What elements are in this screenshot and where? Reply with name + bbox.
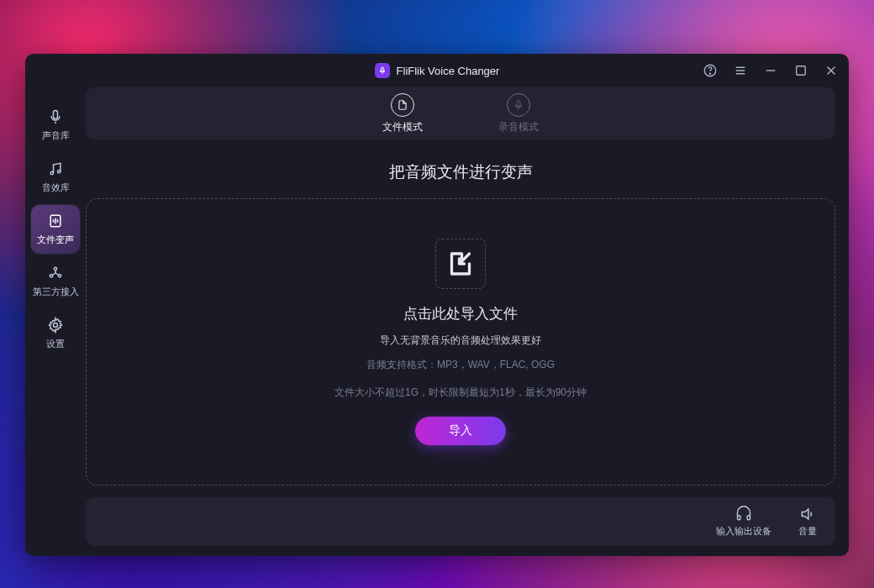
app-logo — [375, 63, 390, 78]
page-headline: 把音频文件进行变声 — [389, 161, 533, 183]
main-panel: 文件模式 录音模式 把音频文件进行变声 点击此处导入文件 导入无背景音乐的音频处… — [86, 87, 849, 556]
menu-icon[interactable] — [733, 63, 748, 78]
svg-rect-21 — [517, 100, 520, 106]
dropzone-hint-quality: 导入无背景音乐的音频处理效果更好 — [380, 333, 541, 348]
sidebar-item-sfx-library[interactable]: 音效库 — [31, 153, 80, 202]
io-device-icon — [735, 506, 752, 522]
music-note-icon — [47, 160, 64, 177]
dropzone-title: 点击此处导入文件 — [403, 304, 518, 323]
sidebar-item-label: 设置 — [46, 338, 65, 350]
footer-label: 输入输出设备 — [716, 525, 771, 538]
sidebar-item-voice-library[interactable]: 声音库 — [31, 101, 80, 150]
footer-bar: 输入输出设备 音量 — [86, 497, 835, 546]
gear-icon — [47, 317, 64, 333]
sidebar-item-label: 第三方接入 — [33, 286, 79, 298]
volume-icon — [799, 506, 816, 522]
sidebar-item-settings[interactable]: 设置 — [31, 309, 80, 358]
audio-file-icon — [47, 213, 64, 229]
mode-selector: 文件模式 录音模式 — [86, 87, 835, 139]
window-controls — [703, 54, 839, 87]
footer-label: 音量 — [798, 525, 817, 538]
sidebar: 声音库 音效库 文件变声 第三方接入 设置 — [25, 87, 86, 556]
dropzone-hint-limits: 文件大小不超过1G，时长限制最短为1秒，最长为90分钟 — [334, 386, 587, 400]
help-icon[interactable] — [703, 63, 718, 78]
svg-rect-0 — [381, 67, 383, 71]
svg-point-2 — [709, 73, 710, 74]
maximize-button[interactable] — [793, 63, 808, 78]
integration-icon — [47, 265, 64, 281]
svg-point-12 — [58, 171, 61, 173]
app-window: FliFlik Voice Changer 声音库 — [25, 54, 849, 556]
import-button[interactable]: 导入 — [415, 417, 506, 445]
svg-rect-23 — [747, 516, 750, 520]
content-area: 把音频文件进行变声 点击此处导入文件 导入无背景音乐的音频处理效果更好 音频支持… — [86, 151, 835, 486]
volume-button[interactable]: 音量 — [798, 506, 817, 538]
record-mode-icon — [507, 93, 530, 117]
titlebar: FliFlik Voice Changer — [25, 54, 849, 87]
file-dropzone[interactable]: 点击此处导入文件 导入无背景音乐的音频处理效果更好 音频支持格式：MP3，WAV… — [86, 198, 835, 486]
import-icon — [435, 239, 486, 289]
mode-record[interactable]: 录音模式 — [498, 93, 539, 134]
mode-label: 文件模式 — [382, 120, 423, 134]
close-button[interactable] — [824, 63, 839, 78]
sidebar-item-label: 文件变声 — [37, 234, 74, 246]
microphone-icon — [47, 108, 64, 125]
minimize-button[interactable] — [763, 63, 778, 78]
svg-rect-7 — [797, 66, 806, 76]
io-device-button[interactable]: 输入输出设备 — [716, 506, 771, 538]
svg-point-20 — [54, 323, 58, 328]
sidebar-item-label: 声音库 — [42, 129, 70, 142]
sidebar-item-thirdparty[interactable]: 第三方接入 — [31, 257, 80, 306]
mode-label: 录音模式 — [498, 120, 539, 134]
dropzone-hint-formats: 音频支持格式：MP3，WAV，FLAC, OGG — [366, 358, 555, 372]
app-title: FliFlik Voice Changer — [397, 65, 500, 77]
file-mode-icon — [391, 93, 414, 117]
svg-point-11 — [50, 171, 53, 174]
sidebar-item-label: 音效库 — [42, 181, 70, 194]
svg-rect-10 — [54, 111, 58, 119]
mode-file[interactable]: 文件模式 — [382, 93, 423, 134]
svg-point-17 — [54, 267, 56, 270]
app-body: 声音库 音效库 文件变声 第三方接入 设置 — [25, 87, 849, 556]
sidebar-item-file-voicechange[interactable]: 文件变声 — [31, 205, 80, 254]
svg-rect-22 — [738, 516, 740, 520]
